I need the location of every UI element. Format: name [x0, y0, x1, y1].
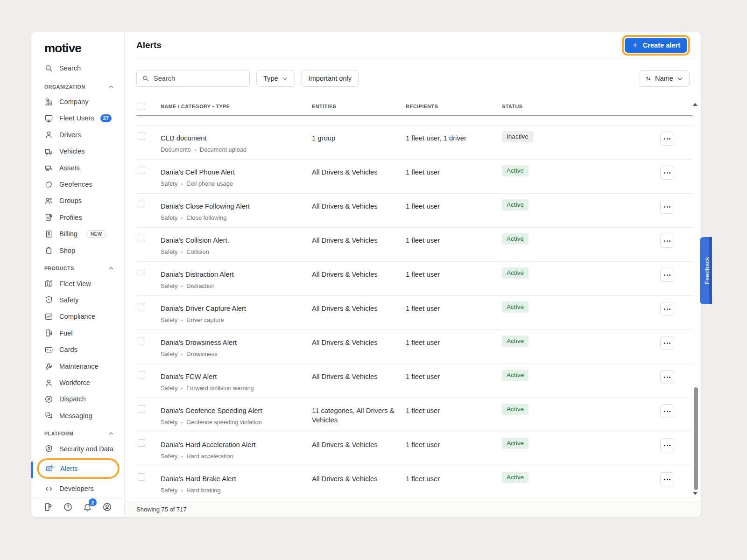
- feedback-tab[interactable]: Feedback: [700, 237, 712, 304]
- sidebar-item-compliance[interactable]: Compliance: [31, 308, 124, 325]
- table-row[interactable]: Dania's Collision Alert. SafetyCollision…: [136, 228, 693, 262]
- sidebar-search-label: Search: [59, 64, 81, 72]
- create-alert-button[interactable]: Create alert: [625, 38, 687, 53]
- status-badge: Active: [502, 301, 529, 313]
- status-badge: Active: [502, 233, 529, 245]
- account-icon[interactable]: [102, 502, 112, 512]
- sidebar-item-vehicles[interactable]: Vehicles: [31, 143, 124, 160]
- table-row[interactable]: Dania's Distraction Alert SafetyDistract…: [136, 262, 693, 296]
- row-actions-button[interactable]: [660, 404, 674, 418]
- section-header-organization[interactable]: ORGANIZATION: [31, 80, 124, 94]
- sidebar-item-maintenance[interactable]: Maintenance: [31, 358, 124, 374]
- status-badge: Active: [502, 472, 529, 483]
- row-actions-button[interactable]: [660, 302, 674, 316]
- name-cell: Dania's Drowsiness Alert SafetyDrowsines…: [161, 330, 312, 364]
- row-checkbox[interactable]: [138, 133, 145, 140]
- row-actions-button[interactable]: [660, 132, 674, 146]
- active-item-indicator: [31, 462, 33, 478]
- sidebar-item-security-and-data[interactable]: Security and Data: [31, 441, 124, 457]
- status-cell: Active: [502, 160, 660, 193]
- table-row[interactable]: Dania's Geofence Speeding Alert SafetyGe…: [136, 398, 693, 432]
- sidebar-item-developers[interactable]: Developers: [31, 480, 124, 497]
- search-box[interactable]: [136, 70, 250, 87]
- recipients-cell: 1 fleet user: [406, 228, 502, 261]
- row-checkbox[interactable]: [138, 269, 145, 276]
- shield-icon: [44, 295, 53, 304]
- sort-dropdown[interactable]: Name: [639, 70, 690, 87]
- row-checkbox[interactable]: [138, 473, 145, 481]
- sidebar-item-geofences[interactable]: Geofences: [31, 176, 124, 192]
- person-icon: [44, 130, 53, 139]
- sidebar-item-messaging[interactable]: Messaging: [31, 407, 124, 424]
- sidebar-item-workforce[interactable]: Workforce: [31, 374, 124, 391]
- row-actions-button[interactable]: [660, 200, 674, 214]
- row-checkbox[interactable]: [138, 405, 145, 413]
- truck-icon: [44, 147, 53, 156]
- sidebar-item-profiles[interactable]: Profiles: [31, 209, 124, 225]
- notifications-bell-icon[interactable]: 2: [83, 502, 92, 512]
- row-checkbox[interactable]: [138, 439, 145, 447]
- row-actions-button[interactable]: [660, 438, 674, 452]
- row-checkbox[interactable]: [138, 303, 145, 310]
- row-actions-button[interactable]: [660, 370, 674, 384]
- row-actions-button[interactable]: [660, 234, 674, 248]
- table-row[interactable]: Dania's FCW Alert SafetyForward collisio…: [136, 364, 693, 398]
- help-icon[interactable]: [63, 502, 73, 512]
- table-row[interactable]: Dania's Drowsiness Alert SafetyDrowsines…: [136, 330, 693, 364]
- table-row[interactable]: Dania's Driver Capture Alert SafetyDrive…: [136, 296, 693, 330]
- row-checkbox[interactable]: [138, 235, 145, 242]
- important-only-filter[interactable]: Important only: [302, 70, 359, 87]
- table-row[interactable]: CLD document DocumentsDocument upload 1 …: [136, 126, 693, 160]
- table-row[interactable]: Dania's Cell Phone Alert SafetyCell phon…: [136, 160, 693, 194]
- scrollbar-up-arrow[interactable]: [693, 103, 698, 106]
- recipients-cell: 1 fleet user: [406, 432, 502, 466]
- select-all-checkbox[interactable]: [138, 103, 145, 110]
- row-actions-button[interactable]: [660, 166, 674, 180]
- row-actions-button[interactable]: [660, 472, 674, 486]
- sidebar-item-assets[interactable]: Assets: [31, 160, 124, 176]
- sidebar-item-fleet-view[interactable]: Fleet View: [31, 275, 124, 292]
- sidebar-item-dispatch[interactable]: Dispatch: [31, 391, 124, 407]
- column-recipients: RECIPIENTS: [406, 104, 502, 109]
- sidebar-item-billing[interactable]: Billing NEW: [31, 226, 124, 242]
- sidebar-item-company[interactable]: Company: [31, 93, 124, 110]
- sidebar-item-safety[interactable]: Safety: [31, 292, 124, 308]
- recipients-cell: 1 fleet user: [406, 330, 502, 364]
- recipients-cell: 1 fleet user, 1 driver: [406, 126, 502, 159]
- sidebar-item-fleet-users[interactable]: Fleet Users 27: [31, 110, 124, 126]
- list-footer: Showing 75 of 717: [125, 501, 701, 517]
- sidebar-item-shop[interactable]: Shop: [31, 242, 124, 259]
- alerts-icon: [45, 464, 54, 473]
- sidebar-search[interactable]: Search: [31, 59, 124, 77]
- shopping-bag-icon: [44, 246, 53, 255]
- scrollbar-thumb[interactable]: [694, 387, 698, 490]
- main-content: Alerts Create alert Type Important only: [125, 32, 701, 517]
- recipients-cell: 1 fleet user: [406, 160, 502, 193]
- status-cell: Active: [502, 364, 660, 398]
- separator-dot: [181, 320, 183, 321]
- sidebar-item-cards[interactable]: Cards: [31, 342, 124, 358]
- table-row[interactable]: Dania's Close Following Alert SafetyClos…: [136, 194, 693, 228]
- section-header-platform[interactable]: PLATFORM: [31, 427, 124, 441]
- sidebar-item-groups[interactable]: Groups: [31, 193, 124, 209]
- type-filter-dropdown[interactable]: Type: [256, 70, 295, 87]
- row-checkbox[interactable]: [138, 371, 145, 378]
- page-title: Alerts: [136, 40, 162, 50]
- table-row[interactable]: Dania's Hard Acceleration Alert SafetyHa…: [136, 432, 693, 466]
- sidebar-item-alerts[interactable]: Alerts: [40, 461, 117, 476]
- row-checkbox[interactable]: [138, 201, 145, 208]
- section-header-products[interactable]: PRODUCTS: [31, 261, 124, 275]
- row-checkbox[interactable]: [138, 167, 145, 174]
- row-checkbox[interactable]: [138, 337, 145, 344]
- fleet-users-count-badge: 27: [100, 114, 112, 122]
- row-actions-button[interactable]: [660, 268, 674, 282]
- scrollbar-down-arrow[interactable]: [693, 492, 698, 495]
- search-input[interactable]: [154, 75, 244, 82]
- sidebar-item-drivers[interactable]: Drivers: [31, 126, 124, 143]
- table-row[interactable]: Dania's Hard Brake Alert SafetyHard brak…: [136, 466, 693, 500]
- whats-new-icon[interactable]: [43, 502, 53, 512]
- recipients-cell: 1 fleet user: [406, 262, 502, 295]
- row-actions-button[interactable]: [660, 336, 674, 350]
- sidebar-item-fuel[interactable]: Fuel: [31, 325, 124, 341]
- status-cell: Active: [502, 296, 660, 329]
